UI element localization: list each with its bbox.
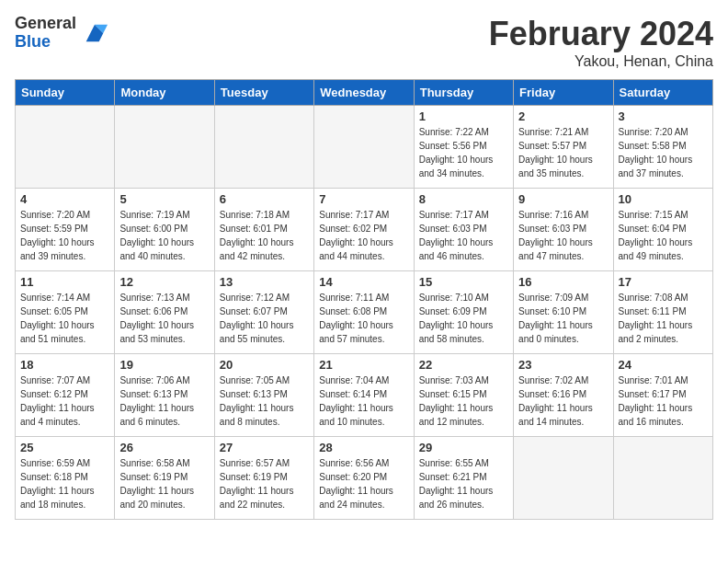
day-number: 21 [319, 358, 408, 372]
calendar-cell: 21Sunrise: 7:04 AMSunset: 6:14 PMDayligh… [314, 354, 414, 437]
calendar-cell: 13Sunrise: 7:12 AMSunset: 6:07 PMDayligh… [214, 271, 313, 354]
day-info: Sunrise: 7:22 AMSunset: 5:56 PMDaylight:… [419, 125, 508, 180]
day-info: Sunrise: 7:09 AMSunset: 6:10 PMDaylight:… [518, 291, 608, 346]
day-info: Sunrise: 6:57 AMSunset: 6:19 PMDaylight:… [220, 456, 309, 511]
day-info: Sunrise: 6:58 AMSunset: 6:19 PMDaylight:… [119, 456, 209, 511]
day-info: Sunrise: 7:06 AMSunset: 6:13 PMDaylight:… [119, 373, 209, 429]
day-info: Sunrise: 7:08 AMSunset: 6:11 PMDaylight:… [619, 291, 708, 346]
calendar-cell: 15Sunrise: 7:10 AMSunset: 6:09 PMDayligh… [414, 271, 513, 354]
day-number: 11 [20, 275, 109, 289]
logo: General Blue [15, 15, 108, 52]
calendar-week-3: 11Sunrise: 7:14 AMSunset: 6:05 PMDayligh… [16, 271, 713, 354]
calendar-cell: 26Sunrise: 6:58 AMSunset: 6:19 PMDayligh… [115, 437, 214, 520]
day-number: 3 [619, 109, 708, 123]
calendar-cell: 20Sunrise: 7:05 AMSunset: 6:13 PMDayligh… [214, 354, 313, 437]
day-number: 4 [20, 192, 109, 206]
day-info: Sunrise: 6:59 AMSunset: 6:18 PMDaylight:… [20, 456, 109, 511]
calendar-week-1: 1Sunrise: 7:22 AMSunset: 5:56 PMDaylight… [16, 106, 713, 189]
calendar-cell: 10Sunrise: 7:15 AMSunset: 6:04 PMDayligh… [613, 189, 712, 271]
day-number: 16 [518, 275, 608, 289]
calendar-cell [514, 437, 613, 520]
weekday-header-tuesday: Tuesday [214, 80, 313, 106]
calendar-cell [115, 106, 214, 189]
calendar-cell: 5Sunrise: 7:19 AMSunset: 6:00 PMDaylight… [115, 189, 214, 271]
day-number: 15 [419, 275, 508, 289]
calendar-cell [613, 437, 712, 520]
day-number: 12 [119, 275, 209, 289]
day-info: Sunrise: 7:13 AMSunset: 6:06 PMDaylight:… [119, 291, 209, 346]
weekday-header-row: SundayMondayTuesdayWednesdayThursdayFrid… [16, 80, 713, 106]
day-number: 2 [518, 109, 608, 123]
day-number: 28 [319, 441, 408, 454]
day-info: Sunrise: 7:11 AMSunset: 6:08 PMDaylight:… [319, 291, 408, 346]
calendar-cell: 27Sunrise: 6:57 AMSunset: 6:19 PMDayligh… [214, 437, 313, 520]
calendar-cell: 6Sunrise: 7:18 AMSunset: 6:01 PMDaylight… [214, 189, 313, 271]
day-number: 13 [220, 275, 309, 289]
calendar-cell [16, 106, 115, 189]
day-info: Sunrise: 7:14 AMSunset: 6:05 PMDaylight:… [20, 291, 109, 346]
day-number: 20 [220, 358, 309, 372]
calendar-cell: 16Sunrise: 7:09 AMSunset: 6:10 PMDayligh… [514, 271, 613, 354]
calendar-cell: 9Sunrise: 7:16 AMSunset: 6:03 PMDaylight… [514, 189, 613, 271]
weekday-header-sunday: Sunday [16, 80, 115, 106]
calendar-cell: 23Sunrise: 7:02 AMSunset: 6:16 PMDayligh… [514, 354, 613, 437]
weekday-header-saturday: Saturday [613, 80, 712, 106]
day-number: 1 [419, 109, 508, 123]
day-info: Sunrise: 7:20 AMSunset: 5:58 PMDaylight:… [619, 125, 708, 180]
calendar-cell [314, 106, 414, 189]
location: Yakou, Henan, China [489, 53, 713, 70]
calendar-cell: 7Sunrise: 7:17 AMSunset: 6:02 PMDaylight… [314, 189, 414, 271]
logo-icon [82, 20, 108, 46]
day-info: Sunrise: 7:02 AMSunset: 6:16 PMDaylight:… [518, 373, 608, 429]
day-info: Sunrise: 6:55 AMSunset: 6:21 PMDaylight:… [419, 456, 508, 511]
calendar-cell: 28Sunrise: 6:56 AMSunset: 6:20 PMDayligh… [314, 437, 414, 520]
day-info: Sunrise: 7:07 AMSunset: 6:12 PMDaylight:… [20, 373, 109, 429]
calendar-cell: 19Sunrise: 7:06 AMSunset: 6:13 PMDayligh… [115, 354, 214, 437]
day-info: Sunrise: 7:17 AMSunset: 6:02 PMDaylight:… [319, 208, 408, 263]
day-info: Sunrise: 7:12 AMSunset: 6:07 PMDaylight:… [220, 291, 309, 346]
weekday-header-friday: Friday [514, 80, 613, 106]
day-info: Sunrise: 7:20 AMSunset: 5:59 PMDaylight:… [20, 208, 109, 263]
calendar-cell [214, 106, 313, 189]
calendar-cell: 8Sunrise: 7:17 AMSunset: 6:03 PMDaylight… [414, 189, 513, 271]
weekday-header-thursday: Thursday [414, 80, 513, 106]
day-info: Sunrise: 7:10 AMSunset: 6:09 PMDaylight:… [419, 291, 508, 346]
day-info: Sunrise: 7:05 AMSunset: 6:13 PMDaylight:… [220, 373, 309, 429]
calendar-cell: 22Sunrise: 7:03 AMSunset: 6:15 PMDayligh… [414, 354, 513, 437]
calendar-table: SundayMondayTuesdayWednesdayThursdayFrid… [15, 79, 713, 520]
day-info: Sunrise: 7:01 AMSunset: 6:17 PMDaylight:… [619, 373, 708, 429]
calendar-cell: 24Sunrise: 7:01 AMSunset: 6:17 PMDayligh… [613, 354, 712, 437]
day-number: 24 [619, 358, 708, 372]
calendar-cell: 29Sunrise: 6:55 AMSunset: 6:21 PMDayligh… [414, 437, 513, 520]
day-info: Sunrise: 7:15 AMSunset: 6:04 PMDaylight:… [619, 208, 708, 263]
day-info: Sunrise: 7:04 AMSunset: 6:14 PMDaylight:… [319, 373, 408, 429]
calendar-cell: 17Sunrise: 7:08 AMSunset: 6:11 PMDayligh… [613, 271, 712, 354]
day-number: 29 [419, 441, 508, 454]
page-header: General Blue February 2024 Yakou, Henan,… [15, 15, 713, 70]
day-info: Sunrise: 7:18 AMSunset: 6:01 PMDaylight:… [220, 208, 309, 263]
day-number: 7 [319, 192, 408, 206]
calendar-cell: 18Sunrise: 7:07 AMSunset: 6:12 PMDayligh… [16, 354, 115, 437]
calendar-cell: 25Sunrise: 6:59 AMSunset: 6:18 PMDayligh… [16, 437, 115, 520]
calendar-cell: 4Sunrise: 7:20 AMSunset: 5:59 PMDaylight… [16, 189, 115, 271]
weekday-header-monday: Monday [115, 80, 214, 106]
calendar-cell: 12Sunrise: 7:13 AMSunset: 6:06 PMDayligh… [115, 271, 214, 354]
day-info: Sunrise: 7:19 AMSunset: 6:00 PMDaylight:… [119, 208, 209, 263]
day-info: Sunrise: 6:56 AMSunset: 6:20 PMDaylight:… [319, 456, 408, 511]
day-number: 23 [518, 358, 608, 372]
calendar-cell: 2Sunrise: 7:21 AMSunset: 5:57 PMDaylight… [514, 106, 613, 189]
calendar-week-5: 25Sunrise: 6:59 AMSunset: 6:18 PMDayligh… [16, 437, 713, 520]
day-number: 5 [119, 192, 209, 206]
logo-blue-text: Blue [15, 33, 76, 52]
day-number: 26 [119, 441, 209, 454]
day-number: 8 [419, 192, 508, 206]
day-number: 9 [518, 192, 608, 206]
month-title: February 2024 [489, 15, 713, 53]
title-block: February 2024 Yakou, Henan, China [489, 15, 713, 70]
day-number: 14 [319, 275, 408, 289]
day-number: 22 [419, 358, 508, 372]
calendar-cell: 1Sunrise: 7:22 AMSunset: 5:56 PMDaylight… [414, 106, 513, 189]
calendar-cell: 14Sunrise: 7:11 AMSunset: 6:08 PMDayligh… [314, 271, 414, 354]
weekday-header-wednesday: Wednesday [314, 80, 414, 106]
day-number: 19 [119, 358, 209, 372]
